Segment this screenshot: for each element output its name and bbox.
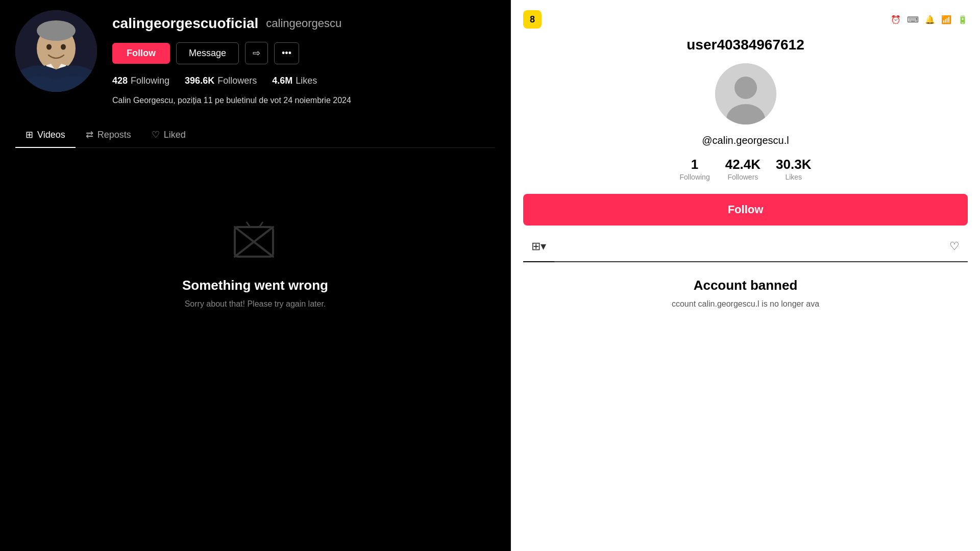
svg-point-4 xyxy=(37,20,76,41)
likes-stat: 4.6M Likes xyxy=(272,76,317,86)
error-container: Something went wrong Sorry about that! P… xyxy=(15,158,495,309)
account-banned-title: Account banned xyxy=(523,278,968,293)
right-following-label: Following xyxy=(680,173,710,181)
right-followers-value: 42.4K xyxy=(725,157,761,172)
more-icon: ••• xyxy=(282,48,291,59)
svg-point-5 xyxy=(46,44,52,50)
tab-videos-label: Videos xyxy=(37,130,65,140)
right-following-stat: 1 Following xyxy=(680,157,710,182)
followers-value: 396.6K xyxy=(185,76,214,86)
bio: Calin Georgescu, poziția 11 pe buletinul… xyxy=(112,94,495,107)
left-panel: calingeorgescuoficial calingeorgescu Fol… xyxy=(0,0,510,551)
right-panel: 8 ⏰ ⌨ 🔔 📶 🔋 user40384967612 @calin.georg… xyxy=(511,0,980,551)
right-followers-label: Followers xyxy=(727,173,758,181)
display-name: calingeorgescu xyxy=(266,17,341,30)
follow-button[interactable]: Follow xyxy=(112,43,170,64)
right-likes-value: 30.3K xyxy=(776,157,811,172)
tabs: ⊞ Videos ⇄ Reposts ♡ Liked xyxy=(15,122,495,148)
followers-stat: 396.6K Followers xyxy=(185,76,257,86)
tab-liked-label: Liked xyxy=(164,130,186,140)
tab-liked[interactable]: ♡ Liked xyxy=(141,122,196,147)
right-stats: 1 Following 42.4K Followers 30.3K Likes xyxy=(523,157,968,182)
status-icons: ⏰ ⌨ 🔔 📶 🔋 xyxy=(891,15,968,24)
avatar-container xyxy=(15,10,97,92)
share-button[interactable]: ⇨ xyxy=(245,42,268,64)
error-title: Something went wrong xyxy=(182,278,328,293)
tab-reposts-label: Reposts xyxy=(97,130,131,140)
right-likes-label: Likes xyxy=(785,173,802,181)
svg-point-6 xyxy=(61,44,66,50)
right-username: user40384967612 xyxy=(523,37,968,53)
battery-icon: 🔋 xyxy=(958,15,968,24)
keyboard-icon: ⌨ xyxy=(907,15,919,24)
right-liked-icon: ♡ xyxy=(949,240,960,253)
wifi-icon: 📶 xyxy=(941,15,951,24)
videos-icon: ⊞ xyxy=(26,129,33,140)
right-tab-liked[interactable]: ♡ xyxy=(941,236,968,257)
bell-icon: 🔔 xyxy=(925,15,935,24)
likes-value: 4.6M xyxy=(272,76,292,86)
avatar xyxy=(15,10,97,92)
profile-header: calingeorgescuoficial calingeorgescu Fol… xyxy=(15,10,495,107)
likes-label: Likes xyxy=(296,76,317,86)
error-subtitle: Sorry about that! Please try again later… xyxy=(185,299,326,309)
right-follow-button[interactable]: Follow xyxy=(523,194,968,226)
right-handle: @calin.georgescu.l xyxy=(523,135,968,146)
reposts-icon: ⇄ xyxy=(86,129,93,140)
right-videos-icon: ⊞▾ xyxy=(531,240,546,253)
right-followers-stat: 42.4K Followers xyxy=(725,157,761,182)
more-button[interactable]: ••• xyxy=(274,42,299,64)
share-icon: ⇨ xyxy=(253,47,260,59)
account-banned-section: Account banned ccount calin.georgescu.l … xyxy=(523,278,968,309)
stats-row: 428 Following 396.6K Followers 4.6M Like… xyxy=(112,76,495,86)
message-button[interactable]: Message xyxy=(176,42,239,64)
notification-badge[interactable]: 8 xyxy=(523,10,542,29)
alarm-icon: ⏰ xyxy=(891,15,901,24)
right-tab-videos[interactable]: ⊞▾ xyxy=(523,236,554,257)
following-label: Following xyxy=(131,76,169,86)
liked-icon: ♡ xyxy=(152,129,160,140)
account-banned-text: ccount calin.georgescu.l is no longer av… xyxy=(523,299,968,309)
tab-reposts[interactable]: ⇄ Reposts xyxy=(76,122,141,147)
tab-videos[interactable]: ⊞ Videos xyxy=(15,122,76,147)
right-following-value: 1 xyxy=(680,157,710,172)
action-buttons: Follow Message ⇨ ••• xyxy=(112,42,495,64)
right-tabs: ⊞▾ ♡ xyxy=(523,236,968,262)
svg-point-13 xyxy=(734,77,757,99)
username-row: calingeorgescuoficial calingeorgescu xyxy=(112,15,495,32)
profile-info: calingeorgescuoficial calingeorgescu Fol… xyxy=(112,10,495,107)
following-value: 428 xyxy=(112,76,128,86)
error-icon xyxy=(232,219,278,265)
username: calingeorgescuoficial xyxy=(112,15,258,32)
right-avatar xyxy=(715,63,776,124)
followers-label: Followers xyxy=(217,76,257,86)
right-header: 8 ⏰ ⌨ 🔔 📶 🔋 xyxy=(523,10,968,29)
right-likes-stat: 30.3K Likes xyxy=(776,157,811,182)
following-stat: 428 Following xyxy=(112,76,169,86)
